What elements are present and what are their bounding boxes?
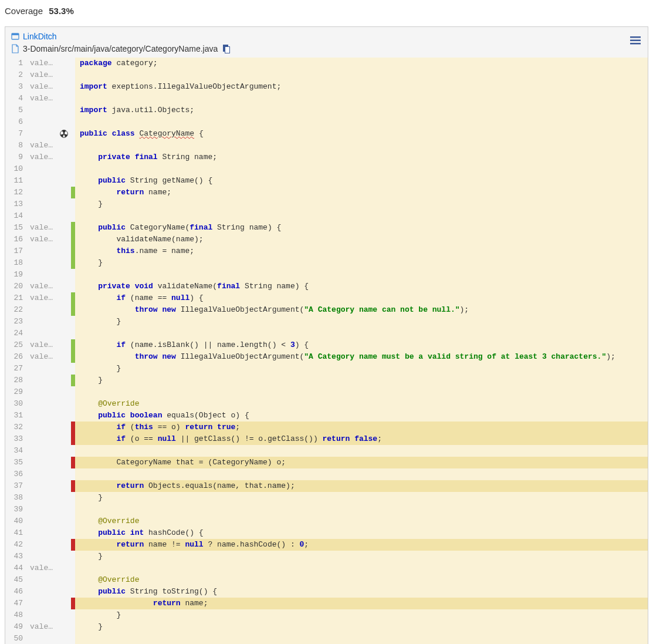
line-number[interactable]: 30 [5,398,28,410]
line-number[interactable]: 18 [5,257,28,269]
line-number[interactable]: 27 [5,363,28,375]
code-line[interactable]: return name; [75,598,648,609]
radiation-icon[interactable] [57,130,71,138]
line-number[interactable]: 11 [5,175,28,187]
code-line[interactable]: public int hashCode() { [75,527,648,539]
line-number[interactable]: 25 [5,339,28,351]
code-line[interactable]: if (this == o) return true; [75,422,648,433]
code-line[interactable] [75,328,648,339]
line-number[interactable]: 26 [5,351,28,363]
line-number[interactable]: 28 [5,375,28,386]
line-number[interactable]: 29 [5,386,28,398]
line-number[interactable]: 15 [5,222,28,234]
menu-icon[interactable] [630,36,641,45]
line-number[interactable]: 48 [5,609,28,621]
line-number[interactable]: 37 [5,480,28,492]
code-line[interactable] [75,269,648,281]
code-line[interactable] [75,386,648,398]
line-number[interactable]: 19 [5,269,28,281]
line-number[interactable]: 3 [5,81,28,93]
code-line[interactable]: } [75,551,648,562]
line-number[interactable]: 47 [5,598,28,609]
line-number[interactable]: 34 [5,445,28,457]
line-number[interactable]: 8 [5,140,28,151]
line-number[interactable]: 45 [5,574,28,586]
line-number[interactable]: 38 [5,492,28,504]
code-line[interactable]: package category; [75,58,648,69]
code-line[interactable]: validateName(name); [75,234,648,245]
code-line[interactable]: public String getName() { [75,175,648,187]
code-line[interactable]: if (name.isBlank() || name.length() < 3)… [75,339,648,351]
line-number[interactable]: 16 [5,234,28,245]
code-line[interactable]: return Objects.equals(name, that.name); [75,480,648,492]
code-line[interactable] [75,562,648,574]
code-line[interactable] [75,163,648,175]
code-line[interactable] [75,116,648,128]
code-line[interactable]: } [75,621,648,633]
line-number[interactable]: 2 [5,69,28,81]
code-line[interactable]: } [75,492,648,504]
code-line[interactable]: throw new IllegalValueObjectArgument("A … [75,304,648,316]
code-line[interactable]: return name; [75,187,648,198]
code-line[interactable] [75,633,648,644]
copy-path-icon[interactable] [222,43,231,54]
code-line[interactable]: if (name == null) { [75,292,648,304]
code-line[interactable]: public class CategoryName { [75,128,648,140]
code-line[interactable]: public boolean equals(Object o) { [75,410,648,422]
line-number[interactable]: 4 [5,93,28,104]
line-number[interactable]: 17 [5,245,28,257]
code-line[interactable]: @Override [75,398,648,410]
line-number[interactable]: 10 [5,163,28,175]
code-line[interactable]: CategoryName that = (CategoryName) o; [75,457,648,468]
code-line[interactable]: this.name = name; [75,245,648,257]
line-number[interactable]: 41 [5,527,28,539]
line-number[interactable]: 50 [5,633,28,644]
line-number[interactable]: 5 [5,104,28,116]
code-line[interactable]: import exeptions.IllegalValueObjectArgum… [75,81,648,93]
code-line[interactable]: if (o == null || getClass() != o.getClas… [75,433,648,445]
code-line[interactable] [75,210,648,222]
line-number[interactable]: 40 [5,515,28,527]
code-line[interactable] [75,93,648,104]
code-line[interactable]: @Override [75,515,648,527]
breadcrumb-root-link[interactable]: LinkDitch [23,32,57,41]
code-line[interactable]: import java.util.Objects; [75,104,648,116]
line-number[interactable]: 7 [5,128,28,140]
code-line[interactable]: } [75,316,648,328]
line-number[interactable]: 24 [5,328,28,339]
code-line[interactable]: return name != null ? name.hashCode() : … [75,539,648,551]
line-number[interactable]: 6 [5,116,28,128]
line-number[interactable]: 14 [5,210,28,222]
line-number[interactable]: 39 [5,504,28,515]
line-number[interactable]: 33 [5,433,28,445]
code-line[interactable]: } [75,609,648,621]
line-number[interactable]: 31 [5,410,28,422]
code-line[interactable]: } [75,257,648,269]
line-number[interactable]: 12 [5,187,28,198]
line-number[interactable]: 21 [5,292,28,304]
line-number[interactable]: 49 [5,621,28,633]
code-line[interactable] [75,445,648,457]
code-line[interactable] [75,468,648,480]
code-line[interactable]: } [75,198,648,210]
line-number[interactable]: 36 [5,468,28,480]
line-number[interactable]: 20 [5,281,28,292]
line-number[interactable]: 42 [5,539,28,551]
line-number[interactable]: 9 [5,151,28,163]
code-line[interactable]: } [75,363,648,375]
line-number[interactable]: 43 [5,551,28,562]
code-line[interactable]: private void validateName(final String n… [75,281,648,292]
code-line[interactable]: @Override [75,574,648,586]
code-line[interactable]: public String toString() { [75,586,648,598]
line-number[interactable]: 23 [5,316,28,328]
code-line[interactable]: throw new IllegalValueObjectArgument("A … [75,351,648,363]
code-line[interactable] [75,69,648,81]
line-number[interactable]: 44 [5,562,28,574]
code-line[interactable]: } [75,375,648,386]
line-number[interactable]: 35 [5,457,28,468]
code-line[interactable]: private final String name; [75,151,648,163]
line-number[interactable]: 13 [5,198,28,210]
code-line[interactable]: public CategoryName(final String name) { [75,222,648,234]
line-number[interactable]: 32 [5,422,28,433]
line-number[interactable]: 22 [5,304,28,316]
